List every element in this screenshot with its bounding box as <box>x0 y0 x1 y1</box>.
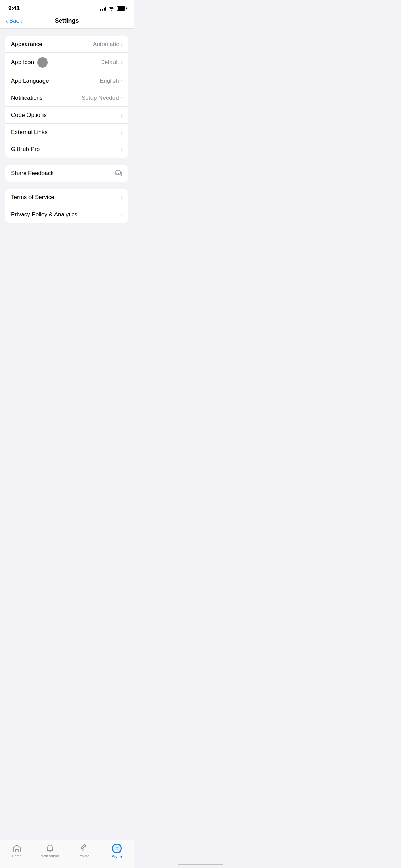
share-feedback-row[interactable]: Share Feedback <box>5 165 128 182</box>
status-time: 9:41 <box>8 5 20 12</box>
legal-group: Terms of Service › Privacy Policy & Anal… <box>5 189 128 223</box>
terms-chevron-icon: › <box>121 194 123 201</box>
appearance-row[interactable]: Appearance Automatic › <box>5 36 128 53</box>
external-links-chevron-icon: › <box>121 129 123 135</box>
notifications-row[interactable]: Notifications Setup Needed › <box>5 89 128 107</box>
appearance-chevron-icon: › <box>121 41 123 47</box>
battery-icon <box>117 6 125 11</box>
app-icon-chevron-icon: › <box>121 59 123 65</box>
github-pro-chevron-icon: › <box>121 146 123 153</box>
appearance-label: Appearance <box>11 41 42 48</box>
appearance-value: Automatic <box>93 41 119 48</box>
app-icon-label: App Icon <box>11 59 34 66</box>
signal-icon <box>100 6 106 11</box>
share-feedback-label: Share Feedback <box>11 170 54 177</box>
nav-title: Settings <box>54 17 79 24</box>
github-pro-row[interactable]: GitHub Pro › <box>5 141 128 158</box>
code-options-label: Code Options <box>11 112 47 119</box>
status-icons <box>100 6 125 11</box>
app-language-label: App Language <box>11 77 49 84</box>
code-options-chevron-icon: › <box>121 112 123 118</box>
status-bar: 9:41 <box>0 0 134 14</box>
app-icon-value: Default <box>100 59 119 66</box>
notifications-chevron-icon: › <box>121 95 123 101</box>
terms-of-service-label: Terms of Service <box>11 194 54 201</box>
back-chevron-icon: ‹ <box>5 17 8 24</box>
wifi-icon <box>108 6 114 11</box>
app-language-value: English <box>100 77 119 84</box>
nav-bar: ‹ Back Settings <box>0 14 134 29</box>
external-links-row[interactable]: External Links › <box>5 124 128 141</box>
external-links-label: External Links <box>11 129 48 136</box>
privacy-policy-chevron-icon: › <box>121 212 123 218</box>
github-pro-label: GitHub Pro <box>11 146 40 153</box>
privacy-policy-label: Privacy Policy & Analytics <box>11 211 77 218</box>
feedback-group: Share Feedback <box>5 165 128 182</box>
settings-content: Appearance Automatic › App Icon Default … <box>0 29 134 268</box>
app-language-chevron-icon: › <box>121 78 123 84</box>
back-button[interactable]: ‹ Back <box>5 17 22 24</box>
app-language-row[interactable]: App Language English › <box>5 72 128 89</box>
notifications-value: Setup Needed <box>82 95 119 101</box>
app-icon-preview <box>37 57 48 68</box>
code-options-row[interactable]: Code Options › <box>5 107 128 124</box>
app-icon-row[interactable]: App Icon Default › <box>5 53 128 72</box>
terms-of-service-row[interactable]: Terms of Service › <box>5 189 128 206</box>
notifications-label: Notifications <box>11 95 43 101</box>
main-settings-group: Appearance Automatic › App Icon Default … <box>5 36 128 158</box>
share-feedback-icon <box>115 170 123 177</box>
back-label: Back <box>9 17 22 24</box>
privacy-policy-row[interactable]: Privacy Policy & Analytics › <box>5 206 128 223</box>
